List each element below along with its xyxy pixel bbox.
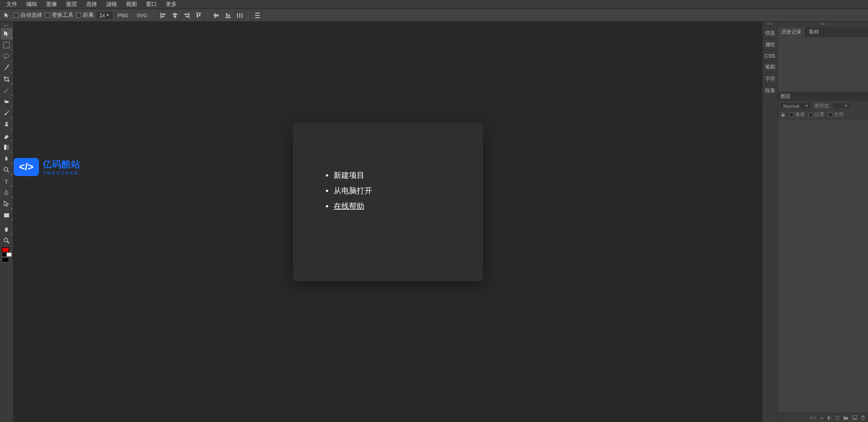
- menu-select[interactable]: 选择: [82, 0, 102, 9]
- crop-tool[interactable]: [1, 74, 13, 85]
- brush-tool[interactable]: [1, 108, 13, 119]
- tab-paragraph[interactable]: 段落: [762, 85, 777, 97]
- color-swatches[interactable]: [1, 247, 13, 263]
- auto-select-label: 自动选择: [20, 11, 42, 19]
- tab-info[interactable]: 信息: [762, 27, 777, 39]
- history-panel-tabs: 历史记录 取样: [778, 27, 868, 37]
- menu-window[interactable]: 窗口: [141, 0, 161, 9]
- tab-brushes[interactable]: 笔刷: [762, 61, 777, 73]
- zoom-tool[interactable]: [1, 235, 13, 246]
- align-bottom-icon[interactable]: [223, 11, 233, 20]
- align-top-icon[interactable]: [194, 11, 203, 20]
- watermark-subtitle: YMKUZHAN: [43, 171, 81, 176]
- toolbar-collapse-handle[interactable]: ><: [0, 23, 13, 28]
- lock-all-checkbox[interactable]: 全部: [828, 111, 844, 118]
- lock-pixels-label: 像素: [795, 111, 805, 118]
- welcome-open-computer[interactable]: 从电脑打开: [334, 183, 456, 199]
- align-left-icon[interactable]: [159, 11, 168, 20]
- svg-point-34: [4, 238, 8, 242]
- svg-rect-9: [196, 13, 201, 14]
- footer-link-icon[interactable]: GO: [810, 416, 816, 420]
- healing-brush-tool[interactable]: [1, 96, 13, 108]
- svg-rect-22: [255, 15, 260, 16]
- menu-view[interactable]: 视图: [121, 0, 141, 9]
- lock-pixels-checkbox[interactable]: 像素: [789, 111, 805, 118]
- layers-controls: Normal ▼ 透明度: ▼ 像素 位置 全部: [778, 101, 868, 120]
- svg-rect-3: [175, 13, 175, 18]
- welcome-online-help[interactable]: 在线帮助: [334, 199, 456, 214]
- align-center-h-icon[interactable]: [170, 11, 179, 20]
- clone-stamp-tool[interactable]: [1, 119, 13, 130]
- menu-layer[interactable]: 图层: [62, 0, 82, 9]
- footer-folder-icon[interactable]: [843, 416, 849, 420]
- distance-label: 距离: [83, 11, 94, 19]
- menu-filter[interactable]: 滤镜: [102, 0, 121, 9]
- svg-rect-10: [197, 14, 198, 18]
- footer-mask-icon[interactable]: ◻: [835, 415, 839, 421]
- distribute-h-icon[interactable]: [235, 11, 244, 20]
- svg-rect-33: [4, 213, 9, 217]
- align-middle-v-icon[interactable]: [212, 11, 221, 20]
- svg-rect-2: [162, 16, 164, 17]
- zoom-dropdown[interactable]: 1x▼: [97, 12, 112, 19]
- opacity-dropdown[interactable]: ▼: [833, 103, 850, 108]
- footer-chain-icon[interactable]: ∞: [820, 415, 824, 421]
- tab-history[interactable]: 历史记录: [778, 27, 805, 37]
- path-select-tool[interactable]: [1, 198, 13, 210]
- svg-rect-4: [173, 14, 177, 15]
- layers-tab-label[interactable]: 图层: [781, 93, 790, 100]
- menu-edit[interactable]: 编辑: [22, 0, 42, 9]
- tab-swatch[interactable]: 取样: [805, 27, 823, 37]
- svg-rect-19: [239, 13, 240, 18]
- type-tool[interactable]: T: [1, 176, 13, 187]
- foreground-color[interactable]: [2, 247, 9, 252]
- eraser-tool[interactable]: [1, 130, 13, 142]
- auto-select-checkbox[interactable]: 自动选择: [14, 11, 42, 19]
- blur-tool[interactable]: [1, 153, 13, 164]
- marquee-tool[interactable]: [1, 39, 13, 51]
- welcome-card: 新建项目 从电脑打开 在线帮助: [293, 123, 483, 281]
- default-colors-icon[interactable]: [6, 252, 12, 257]
- magic-wand-tool[interactable]: [1, 62, 13, 74]
- align-right-icon[interactable]: [182, 11, 191, 20]
- layers-panel-body: GO ∞ ◐ ◻: [778, 120, 868, 422]
- panel-collapse-handle[interactable]: ><: [778, 22, 868, 27]
- footer-adjust-icon[interactable]: ◐: [827, 415, 832, 421]
- footer-new-layer-icon[interactable]: [852, 415, 857, 420]
- transform-tool-checkbox[interactable]: 变换工具: [45, 11, 73, 19]
- background-color[interactable]: [2, 257, 9, 262]
- menu-file[interactable]: 文件: [2, 0, 22, 9]
- blend-mode-dropdown[interactable]: Normal ▼: [781, 103, 811, 109]
- tab-properties[interactable]: 属性: [762, 39, 777, 51]
- lasso-tool[interactable]: [1, 51, 13, 62]
- svg-rect-12: [213, 15, 219, 16]
- svg-rect-11: [199, 14, 200, 16]
- distance-checkbox[interactable]: 距离: [76, 11, 94, 19]
- move-tool[interactable]: [1, 28, 13, 39]
- shape-tool[interactable]: [1, 210, 13, 221]
- export-png-button[interactable]: PNG: [115, 12, 131, 19]
- watermark-title: 亿码酷站: [43, 158, 81, 171]
- svg-rect-23: [255, 17, 260, 18]
- pen-tool[interactable]: [1, 187, 13, 198]
- options-bar: 自动选择 变换工具 距离 1x▼ PNG SVG: [0, 9, 868, 22]
- tab-character[interactable]: 字符: [762, 73, 777, 85]
- footer-trash-icon[interactable]: [861, 415, 865, 420]
- eyedropper-tool[interactable]: [1, 85, 13, 96]
- dodge-tool[interactable]: [1, 164, 13, 176]
- hand-tool[interactable]: [1, 224, 13, 235]
- history-panel-body: [778, 37, 868, 92]
- menu-image[interactable]: 图像: [42, 0, 62, 9]
- svg-point-30: [4, 167, 8, 171]
- export-svg-button[interactable]: SVG: [134, 12, 150, 19]
- separator: [207, 11, 208, 20]
- welcome-new-project[interactable]: 新建项目: [334, 168, 456, 183]
- lock-position-checkbox[interactable]: 位置: [809, 111, 824, 118]
- gradient-tool[interactable]: [1, 142, 13, 153]
- move-cursor-icon: [3, 11, 11, 20]
- tab-css[interactable]: CSS: [762, 51, 777, 61]
- menu-more[interactable]: 更多: [161, 0, 181, 9]
- sidebar-collapse-handle[interactable]: < >: [762, 22, 777, 27]
- svg-rect-16: [226, 13, 228, 17]
- distribute-v-icon[interactable]: [253, 11, 262, 20]
